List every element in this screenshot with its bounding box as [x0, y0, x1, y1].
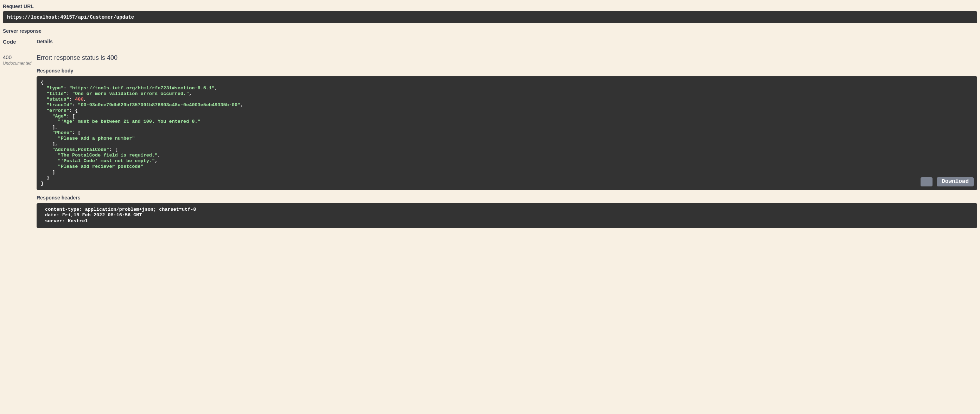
response-details-cell: Error: response status is 400 Response b… — [37, 49, 977, 228]
copy-button[interactable] — [921, 177, 932, 186]
response-undocumented: Undocumented — [3, 61, 37, 66]
request-url-label: Request URL — [3, 3, 977, 9]
response-body-block[interactable]: { "type": "https://tools.ietf.org/html/r… — [37, 76, 977, 190]
response-body-label: Response body — [37, 68, 977, 73]
download-button[interactable]: Download — [937, 177, 974, 186]
response-headers-block[interactable]: content-type: application/problem+json; … — [37, 203, 977, 228]
request-url-value[interactable]: https://localhost:49157/api/Customer/upd… — [3, 11, 977, 23]
server-response-label: Server response — [3, 28, 977, 34]
code-column-header: Code — [3, 39, 37, 49]
error-message: Error: response status is 400 — [37, 54, 977, 62]
response-code: 400 — [3, 54, 37, 60]
details-column-header: Details — [37, 39, 977, 49]
response-headers-label: Response headers — [37, 195, 977, 201]
response-code-cell: 400 Undocumented — [3, 49, 37, 228]
